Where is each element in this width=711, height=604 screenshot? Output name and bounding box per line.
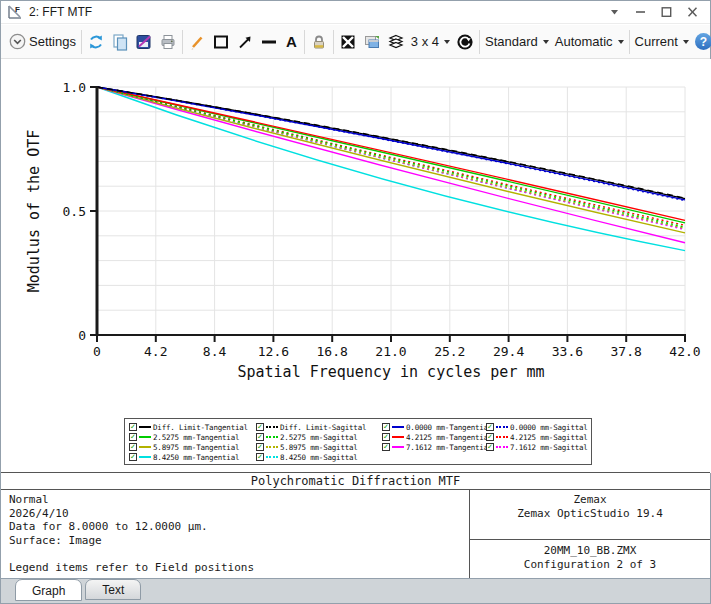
tab-graph[interactable]: Graph — [15, 579, 82, 601]
mtf-window-icon: F — [7, 4, 23, 20]
toolbar-separator — [629, 30, 630, 54]
footer-panel: Polychromatic Diffraction MTF Normal 202… — [1, 472, 710, 577]
legend-label: 0.0000 mm-Tangential — [406, 423, 492, 432]
grid-layout-dropdown[interactable]: 3 x 4 — [408, 32, 453, 51]
draw-rectangle-button[interactable] — [209, 31, 233, 53]
grid-layout-label: 3 x 4 — [411, 34, 439, 49]
checkbox-icon: ✓ — [129, 443, 137, 451]
x-tick-label: 25.2 — [434, 344, 465, 359]
chevron-down-circle-icon — [9, 33, 26, 50]
legend-item: ✓0.0000 mm-Tangential — [382, 423, 486, 432]
standard-dropdown[interactable]: Standard — [482, 32, 552, 51]
minimize-icon[interactable] — [635, 7, 646, 17]
legend-line-sample — [496, 446, 508, 448]
application-info-cell: Zemax Zemax OpticStudio 19.4 — [470, 490, 710, 540]
legend-label: 4.2125 mm-Sagittal — [510, 433, 588, 442]
maximize-icon[interactable] — [661, 7, 672, 17]
y-axis-title: Modulus of the OTF — [25, 130, 43, 293]
reset-icon — [456, 33, 474, 51]
sampling-mode-text: Normal — [9, 493, 469, 507]
draw-line-button[interactable] — [257, 31, 281, 53]
x-tick-label: 0 — [93, 344, 101, 359]
reset-zoom-button[interactable] — [453, 31, 477, 53]
title-bar: F 2: FFT MTF — [1, 1, 710, 24]
legend-label: 8.4250 mm-Tangential — [153, 453, 239, 462]
tab-text[interactable]: Text — [85, 579, 141, 600]
refresh-icon — [87, 33, 105, 51]
legend-item: ✓5.8975 mm-Tangential — [129, 443, 256, 452]
svg-text:F: F — [15, 5, 20, 14]
legend-line-sample — [392, 426, 404, 428]
help-button[interactable]: ? — [692, 31, 711, 52]
copy-button[interactable] — [108, 31, 132, 53]
text-tool-icon: A — [284, 33, 299, 50]
save-image-button[interactable] — [132, 31, 156, 53]
legend-label: Diff. Limit-Sagittal — [280, 423, 366, 432]
legend-line-sample — [266, 426, 278, 428]
legend-line-sample — [139, 426, 151, 428]
current-label: Current — [635, 34, 678, 49]
checkbox-icon: ✓ — [486, 443, 494, 451]
layers-button[interactable] — [384, 31, 408, 53]
save-image-icon — [135, 33, 153, 51]
x-axis-title: Spatial Frequency in cycles per mm — [237, 363, 544, 381]
checkbox-icon: ✓ — [256, 423, 264, 431]
checkbox-icon: ✓ — [256, 433, 264, 441]
help-icon: ? — [695, 33, 711, 50]
legend-item: ✓7.1612 mm-Tangential — [382, 443, 486, 452]
draw-pencil-button[interactable] — [185, 31, 209, 53]
window-copy-icon — [363, 33, 381, 51]
lock-button[interactable] — [307, 31, 331, 53]
caret-down-icon — [618, 40, 624, 44]
refresh-button[interactable] — [84, 31, 108, 53]
checkbox-icon: ✓ — [256, 453, 264, 461]
app-name-text: Zemax — [470, 493, 710, 507]
legend-line-sample — [139, 436, 151, 438]
legend-line-sample — [392, 446, 404, 448]
clone-window-button[interactable] — [360, 31, 384, 53]
layers-icon — [387, 33, 405, 51]
x-tick-label: 16.8 — [317, 344, 348, 359]
checkbox-icon: ✓ — [129, 423, 137, 431]
close-icon[interactable] — [687, 7, 698, 17]
legend-line-sample — [392, 436, 404, 438]
caret-down-icon — [683, 40, 689, 44]
checkbox-icon: ✓ — [486, 423, 494, 431]
legend-item: ✓7.1612 mm-Sagittal — [486, 443, 589, 452]
tile-windows-button[interactable] — [336, 31, 360, 53]
draw-text-button[interactable]: A — [281, 31, 302, 52]
automatic-dropdown[interactable]: Automatic — [552, 32, 627, 51]
x-tick-label: 37.8 — [611, 344, 642, 359]
legend-item: ✓4.2125 mm-Sagittal — [486, 433, 589, 442]
legend-item: ✓2.5275 mm-Sagittal — [256, 433, 382, 442]
legend-item: ✓5.8975 mm-Sagittal — [256, 443, 382, 452]
checkbox-icon: ✓ — [129, 453, 137, 461]
x-tick-label: 33.6 — [552, 344, 583, 359]
legend-line-sample — [139, 456, 151, 458]
caret-down-icon — [444, 40, 450, 44]
toolbar-separator — [304, 30, 305, 54]
lock-icon — [310, 33, 328, 51]
print-button[interactable] — [156, 31, 180, 53]
date-text: 2026/4/10 — [9, 507, 469, 521]
analysis-info-cell: Normal 2026/4/10 Data for 8.0000 to 12.0… — [1, 490, 470, 578]
x-tick-label: 8.4 — [203, 344, 227, 359]
legend-label: 0.0000 mm-Sagittal — [510, 423, 588, 432]
y-tick-label: 0.5 — [63, 204, 86, 219]
file-info-cell: 20MM_10_BB.ZMX Configuration 2 of 3 — [470, 540, 710, 578]
fft-mtf-window: F 2: FFT MTF Settings — [0, 0, 711, 604]
standard-label: Standard — [485, 34, 538, 49]
settings-label: Settings — [29, 34, 76, 49]
view-tab-bar: Graph Text — [1, 578, 710, 603]
current-dropdown[interactable]: Current — [632, 32, 692, 51]
checkbox-icon: ✓ — [256, 443, 264, 451]
legend-item: ✓0.0000 mm-Sagittal — [486, 423, 589, 432]
legend-line-sample — [266, 446, 278, 448]
settings-button[interactable]: Settings — [6, 31, 79, 52]
draw-arrow-button[interactable] — [233, 31, 257, 53]
mtf-chart-svg: 00.51.004.28.412.616.821.025.229.433.637… — [1, 59, 711, 419]
legend-item: ✓2.5275 mm-Tangential — [129, 433, 256, 442]
toolbar-separator — [333, 30, 334, 54]
legend-label: 5.8975 mm-Sagittal — [280, 443, 358, 452]
window-menu-caret-icon[interactable] — [609, 7, 620, 17]
